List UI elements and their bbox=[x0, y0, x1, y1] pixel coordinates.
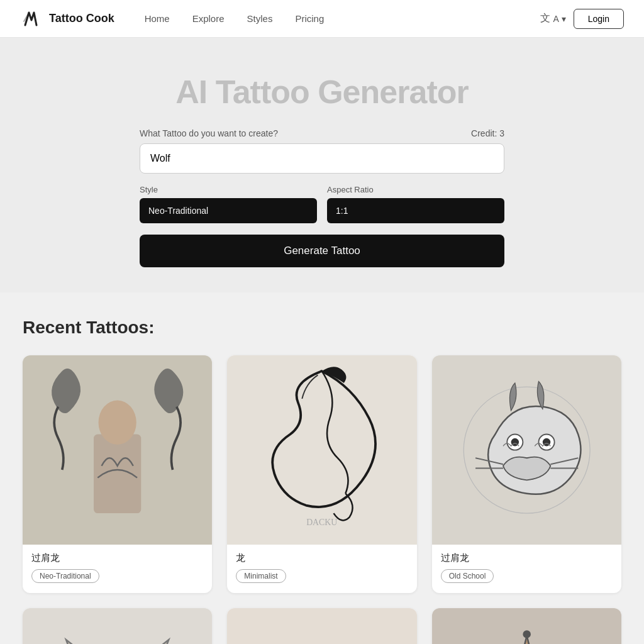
svg-marker-14 bbox=[133, 640, 169, 644]
style-select-group: Style Neo-Traditional Minimalist Old Sch… bbox=[140, 185, 317, 223]
chevron-down-icon: ▾ bbox=[562, 14, 566, 24]
brand-name: Tattoo Cook bbox=[49, 12, 114, 25]
tattoo-card[interactable]: 玫瑰 Neo-Traditional bbox=[227, 608, 416, 644]
hero-section: AI Tattoo Generator What Tattoo do you w… bbox=[0, 38, 644, 292]
tattoo-card[interactable]: DACKU 龙 Minimalist bbox=[227, 355, 416, 593]
question-label: What Tattoo do you want to create? bbox=[140, 128, 278, 138]
svg-point-30 bbox=[523, 631, 531, 639]
tattoo-illustration bbox=[227, 608, 416, 644]
tattoo-illustration bbox=[432, 608, 621, 644]
tattoo-illustration bbox=[23, 355, 212, 545]
tattoo-grid: 过肩龙 Neo-Traditional DACKU bbox=[23, 355, 621, 644]
svg-point-1 bbox=[99, 401, 136, 445]
svg-rect-0 bbox=[94, 435, 141, 514]
nav-pricing[interactable]: Pricing bbox=[295, 13, 324, 24]
tattoo-card[interactable]: 猫 Realism bbox=[23, 608, 212, 644]
tattoo-text-input[interactable] bbox=[140, 143, 504, 174]
tattoo-card-badge: Minimalist bbox=[236, 569, 286, 583]
login-button[interactable]: Login bbox=[574, 9, 624, 29]
tattoo-card[interactable]: 过肩龙 Neo-Traditional bbox=[23, 355, 212, 593]
tattoo-card-name: 过肩龙 bbox=[441, 552, 613, 564]
tattoo-card[interactable]: 过肩龙 Old School bbox=[432, 355, 621, 593]
tattoo-card-image bbox=[432, 608, 621, 644]
tattoo-card-name: 龙 bbox=[236, 552, 408, 564]
tattoo-card[interactable]: 手臂纹身 Old School bbox=[432, 608, 621, 644]
tattoo-illustration bbox=[432, 355, 621, 545]
hero-title: AI Tattoo Generator bbox=[0, 73, 644, 111]
tattoo-illustration bbox=[23, 608, 212, 644]
nav-home[interactable]: Home bbox=[145, 13, 170, 24]
navbar-right: 文 A ▾ Login bbox=[540, 9, 624, 29]
recent-title: Recent Tattoos: bbox=[23, 318, 621, 338]
brand-logo[interactable]: Tattoo Cook bbox=[20, 8, 114, 30]
tattoo-card-info: 过肩龙 Old School bbox=[432, 545, 621, 593]
lang-label: A bbox=[553, 14, 558, 24]
tattoo-card-badge: Old School bbox=[441, 569, 494, 583]
selects-row: Style Neo-Traditional Minimalist Old Sch… bbox=[140, 185, 504, 223]
svg-marker-13 bbox=[66, 640, 101, 644]
tattoo-card-image: DACKU bbox=[227, 355, 416, 545]
tattoo-card-image bbox=[23, 608, 212, 644]
recent-section: Recent Tattoos: bbox=[8, 318, 636, 644]
hero-form: What Tattoo do you want to create? Credi… bbox=[140, 128, 504, 267]
nav-styles[interactable]: Styles bbox=[247, 13, 273, 24]
ratio-select-group: Aspect Ratio 1:1 4:3 3:4 16:9 bbox=[327, 185, 504, 223]
tattoo-card-image bbox=[227, 608, 416, 644]
style-select[interactable]: Neo-Traditional Minimalist Old School Re… bbox=[140, 198, 317, 223]
tattoo-illustration: DACKU bbox=[227, 355, 416, 545]
language-button[interactable]: 文 A ▾ bbox=[540, 12, 565, 25]
svg-text:DACKU: DACKU bbox=[306, 518, 337, 527]
credit-label: Credit: 3 bbox=[471, 128, 504, 138]
ratio-label: Aspect Ratio bbox=[327, 185, 504, 194]
tattoo-card-badge: Neo-Traditional bbox=[31, 569, 99, 583]
tattoo-card-info: 过肩龙 Neo-Traditional bbox=[23, 545, 212, 593]
nav-links: Home Explore Styles Pricing bbox=[145, 13, 541, 24]
navbar: Tattoo Cook Home Explore Styles Pricing … bbox=[0, 0, 644, 38]
lang-icon: 文 bbox=[540, 12, 550, 25]
style-label: Style bbox=[140, 185, 317, 194]
tattoo-card-name: 过肩龙 bbox=[31, 552, 203, 564]
tattoo-card-info: 龙 Minimalist bbox=[227, 545, 416, 593]
nav-explore[interactable]: Explore bbox=[192, 13, 225, 24]
generate-button[interactable]: Generate Tattoo bbox=[140, 235, 504, 267]
logo-icon bbox=[20, 8, 43, 30]
tattoo-card-image bbox=[432, 355, 621, 545]
tattoo-card-image bbox=[23, 355, 212, 545]
ratio-select[interactable]: 1:1 4:3 3:4 16:9 bbox=[327, 198, 504, 223]
form-label-row: What Tattoo do you want to create? Credi… bbox=[140, 128, 504, 138]
